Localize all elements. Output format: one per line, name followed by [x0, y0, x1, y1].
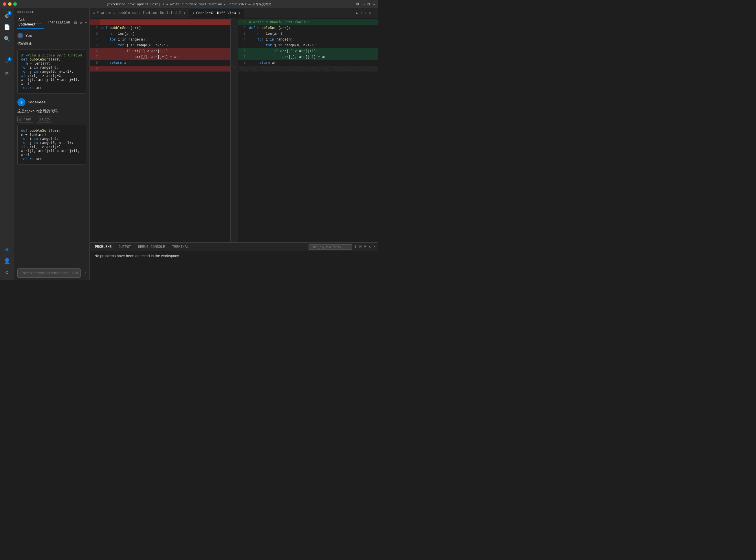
panel-tabs: PROBLEMS OUTPUT DEBUG CONSOLE TERMINAL ⊤…	[90, 243, 378, 251]
arrow-1	[233, 18, 235, 24]
right-line-7: 7 arr[j], arr[j-1] = ar	[238, 54, 378, 60]
translation-tab-label: Translation	[47, 21, 70, 25]
activity-settings[interactable]: ⚙	[2, 267, 12, 278]
user-code-block: # write a bubble sort funtion def bubble…	[17, 49, 86, 94]
window-controls[interactable]	[3, 2, 17, 6]
activity-codegeex[interactable]: ◎ 1	[2, 11, 12, 21]
bot-code-2: n = len(arr)	[21, 133, 82, 137]
layout-icon[interactable]: ▭	[362, 2, 364, 7]
activity-run[interactable]: ▷ 1	[2, 57, 12, 67]
bottom-panel: PROBLEMS OUTPUT DEBUG CONSOLE TERMINAL ⊤…	[90, 242, 378, 280]
left-line-3: 3 n = len(arr)	[90, 31, 230, 37]
panel-tab-debug[interactable]: DEBUG CONSOLE	[135, 243, 168, 251]
activity-bar: ◎ 1 📄 🔍 ⑂ ▷ 1 ⊞ ◉ 👤 ⚙	[0, 8, 14, 280]
bot-code-1: def bubbleSort(arr):	[21, 128, 82, 133]
tab1-close-icon[interactable]: ●	[184, 12, 186, 15]
left-editor-content[interactable]: 1 2 def bubbleSort(arr): 3 n = len(arr)	[90, 18, 230, 242]
left-line-6: 6 if arr[j] > arr[j+1]:	[90, 48, 230, 54]
sidebar-title: CODEGEEX	[17, 11, 34, 14]
panel-content: No problems have been detected in the wo…	[90, 251, 378, 260]
tab2-close-icon[interactable]: ●	[239, 12, 241, 15]
code-line-3: for i in range(n):	[21, 65, 82, 69]
more-actions-icon[interactable]: ⋯	[373, 2, 375, 7]
panel-filter-input[interactable]	[309, 244, 352, 249]
panel-icons: ⊤ ⎘ ≡ ∧ ×	[354, 244, 376, 249]
tab2-title: CodeGeeX: Diff View	[196, 11, 236, 15]
panel-tab-terminal[interactable]: TERMINAL	[169, 243, 191, 251]
split-editor-icon[interactable]: ⧉	[356, 2, 359, 7]
panel-tab-problems[interactable]: PROBLEMS	[92, 243, 115, 251]
code-line-5: if arr[j] > arr[j+1] :	[21, 74, 82, 78]
panel-tab-right: ⊤ ⎘ ≡ ∧ ×	[309, 244, 376, 249]
trash-icon[interactable]: 🗑	[74, 20, 78, 25]
send-icon[interactable]: →	[83, 271, 86, 276]
arrow-2	[233, 30, 235, 36]
bot-code-6: arr[j], arr[j+1] = arr[j+1], arr[	[21, 149, 82, 157]
bot-message: ◎ CodeGeeX 这是您fixbug之后的代码 ⎙ Insert ⎘ Cop…	[17, 98, 86, 165]
activity-account[interactable]: 👤	[2, 256, 12, 266]
right-line-2: 2 def bubbleSort(arr):	[238, 25, 378, 31]
close-button[interactable]	[3, 2, 6, 6]
tab-ask-codegeex[interactable]: Ask CodeGeeXbeta	[17, 16, 44, 29]
no-problems-text: No problems have been detected in the wo…	[94, 254, 180, 258]
bot-code-3: for i in range(n):	[21, 137, 82, 141]
file-icon: ●	[93, 12, 95, 15]
ask-tab-label: Ask CodeGeeX	[19, 18, 35, 27]
notification-badge: 1	[7, 11, 12, 15]
codegeex-icon: ◉	[5, 246, 9, 253]
arrow-active-3[interactable]: →	[233, 64, 235, 71]
right-line-1: 1 # write a bubble sort funtion	[238, 19, 378, 25]
maximize-button[interactable]	[13, 2, 17, 6]
panel-minimize-icon[interactable]: ∧	[368, 244, 371, 249]
panel-copy-icon[interactable]: ⎘	[359, 244, 362, 249]
user-section-title: 代码修正	[17, 41, 86, 46]
insert-button[interactable]: ⎙ Insert	[17, 116, 33, 122]
minimize-button[interactable]	[8, 2, 12, 6]
titlebar: [Extension Development Host] ⚬ # write a…	[0, 0, 378, 8]
user-header: 👤 You	[17, 33, 86, 39]
search-icon: 🔍	[4, 36, 10, 42]
navigate-down-icon[interactable]: ↓	[365, 11, 367, 15]
titlebar-icons[interactable]: ⧉ ▭ ⊟ ⋯	[356, 2, 375, 7]
editor-tab-diff[interactable]: ● CodeGeeX: Diff View ●	[189, 8, 244, 18]
account-icon: 👤	[4, 258, 10, 264]
arrow-active-2[interactable]: →	[233, 47, 235, 53]
refresh-icon[interactable]: ↺	[80, 20, 82, 25]
left-line-4: 4 for i in range(n):	[90, 37, 230, 43]
copy-button[interactable]: ⎘ Copy	[37, 116, 52, 122]
tab-translation[interactable]: Translation	[45, 19, 73, 26]
copy-label: Copy	[42, 117, 50, 121]
activity-extensions[interactable]: ⊞	[2, 68, 12, 79]
play-icon[interactable]: ▶	[356, 11, 358, 15]
code-line-6: arr[j], arr[j-1] = arr[j+1], arr[	[21, 78, 82, 86]
activity-codegeex-bottom[interactable]: ◉	[2, 244, 12, 255]
chat-input[interactable]	[17, 268, 81, 278]
panel-list-icon[interactable]: ≡	[364, 244, 366, 249]
right-editor: 1 # write a bubble sort funtion 2 def bu…	[238, 18, 378, 242]
user-avatar: 👤	[17, 33, 23, 39]
bot-code-7: return arr	[21, 157, 82, 161]
activity-search[interactable]: 🔍	[2, 34, 12, 44]
right-line-8: 8 return arr	[238, 60, 378, 66]
bot-name-label: CodeGeeX	[28, 100, 46, 104]
editor-tab-write[interactable]: ● # write a bubble sort funtion Untitled…	[90, 8, 189, 18]
inline-diff-icon[interactable]: ⊜	[369, 11, 371, 15]
more-diff-icon[interactable]: ⋯	[374, 11, 376, 15]
git-icon: ⑂	[5, 47, 9, 53]
add-chat-icon[interactable]: +	[85, 20, 87, 25]
panel-icon[interactable]: ⊟	[367, 2, 370, 7]
activity-explorer[interactable]: 📄	[2, 22, 12, 33]
bot-avatar: ◎	[17, 98, 25, 106]
window-title: [Extension Development Host] ⚬ # write a…	[106, 2, 271, 6]
filter-icon[interactable]: ⊤	[354, 244, 356, 249]
settings-icon: ⚙	[5, 269, 9, 276]
panel-tab-output[interactable]: OUTPUT	[116, 243, 134, 251]
panel-close-icon[interactable]: ×	[373, 244, 376, 249]
bot-code-4: for j in range(0, n-i-1):	[21, 141, 82, 145]
navigate-up-icon[interactable]: ↑	[360, 11, 362, 15]
bot-header: ◎ CodeGeeX	[17, 98, 86, 106]
arrow-active-1[interactable]: →	[233, 24, 235, 30]
activity-git[interactable]: ⑂	[2, 45, 12, 56]
right-editor-content[interactable]: 1 # write a bubble sort funtion 2 def bu…	[238, 18, 378, 242]
code-line-4: for j in range(0, n-i-1):	[21, 69, 82, 74]
